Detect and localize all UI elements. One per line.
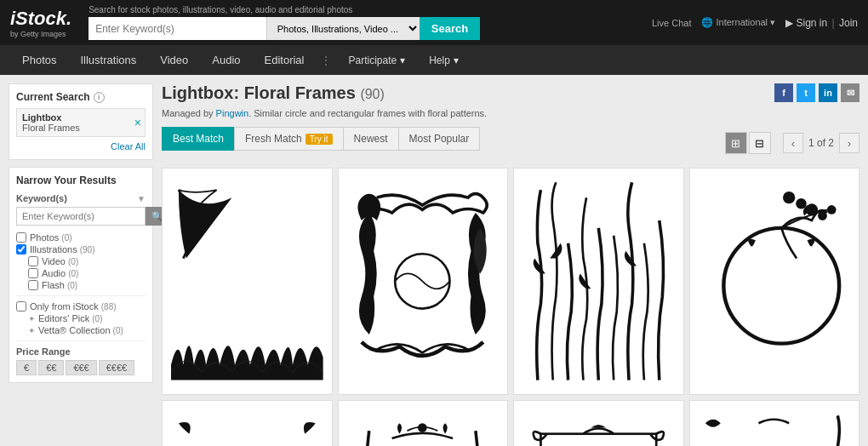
narrow-section: Narrow Your Results Keyword(s) ▼ 🔍 Photo… <box>9 167 153 383</box>
filter-flash: Flash (0) <box>16 280 146 290</box>
clear-all-link[interactable]: Clear All <box>111 141 146 152</box>
grid-view-btn[interactable]: ⊞ <box>725 132 747 154</box>
pagination-view-area: ⊞ ⊟ ‹ 1 of 2 › <box>725 132 859 154</box>
image-grid <box>162 168 859 446</box>
filter-photos-checkbox[interactable] <box>16 232 26 243</box>
filter-video: Video (0) <box>16 256 146 266</box>
nav-photos[interactable]: Photos <box>10 45 68 75</box>
main-layout: Current Search i Lightbox Floral Frames … <box>0 75 868 446</box>
image-cell-5[interactable] <box>162 400 333 446</box>
price-btns: € €€ €€€ €€€€ <box>16 360 146 375</box>
sort-most-popular[interactable]: Most Popular <box>398 127 481 151</box>
image-cell-6[interactable] <box>338 400 509 446</box>
filter-illustrations: Illustrations (90) <box>16 244 146 254</box>
facebook-icon[interactable]: f <box>774 83 793 102</box>
nav-help[interactable]: Help ▾ <box>417 46 471 75</box>
lightbox-title: Lightbox: Floral Frames (90) <box>162 83 385 102</box>
current-search-title: Current Search <box>16 91 90 103</box>
image-cell-3[interactable] <box>513 168 684 395</box>
lightbox-tag: Lightbox Floral Frames × <box>16 108 146 137</box>
sort-newest[interactable]: Newest <box>343 127 398 151</box>
image-cell-1[interactable] <box>162 168 333 395</box>
image-cell-2[interactable] <box>338 168 509 395</box>
lightbox-count: (90) <box>360 87 384 101</box>
price-btn-4[interactable]: €€€€ <box>99 360 134 375</box>
nav-more-dots: ⋮ <box>316 46 336 75</box>
search-type-select[interactable]: Photos, Illustrations, Video ... <box>266 17 420 40</box>
nav-bar: Photos Illustrations Video Audio Editori… <box>0 45 868 75</box>
search-button[interactable]: Search <box>420 17 480 40</box>
clear-all: Clear All <box>16 140 146 152</box>
filter-illustrations-label[interactable]: Illustrations (90) <box>30 244 95 254</box>
lightbox-desc: Managed by Pingwin. Similar circle and r… <box>162 108 859 118</box>
image-cell-4[interactable] <box>689 168 860 395</box>
current-search-header: Current Search i <box>16 91 146 103</box>
keyword-input[interactable] <box>16 207 146 226</box>
lightbox-title-area: Lightbox: Floral Frames (90) <box>162 83 385 103</box>
content-area: Lightbox: Floral Frames (90) f t in ✉ Ma… <box>162 83 859 446</box>
svg-point-9 <box>783 192 795 203</box>
sort-bar: Best Match Fresh Match Try it Newest Mos… <box>162 127 480 151</box>
international-selector[interactable]: 🌐 International ▾ <box>701 17 775 28</box>
filter-only-istock: Only from iStock Only from iStock (88) <box>16 301 146 312</box>
keywords-label: Keyword(s) ▼ <box>16 193 146 203</box>
filter-photos-label[interactable]: Photos (0) <box>30 232 72 243</box>
filter-video-label[interactable]: Video (0) <box>42 256 78 266</box>
price-range-section: Price Range € €€ €€€ €€€€ <box>16 340 146 375</box>
svg-rect-11 <box>171 415 323 446</box>
twitter-icon[interactable]: t <box>797 83 815 102</box>
filter-vetta: ✦ Vetta® Collection (0) <box>16 325 146 335</box>
linkedin-icon[interactable]: in <box>819 83 837 102</box>
live-chat[interactable]: Live Chat <box>652 18 691 28</box>
logo-text: iStock. <box>10 8 71 30</box>
join-link[interactable]: Join <box>839 17 858 29</box>
nav-participate[interactable]: Participate ▾ <box>336 46 417 75</box>
svg-rect-15 <box>523 415 675 446</box>
price-btn-3[interactable]: €€€ <box>66 360 96 375</box>
nav-video[interactable]: Video <box>148 45 200 75</box>
lightbox-label: Lightbox <box>22 112 140 123</box>
filter-flash-checkbox[interactable] <box>28 280 38 290</box>
next-page-btn[interactable]: › <box>839 133 859 153</box>
nav-illustrations[interactable]: Illustrations <box>68 45 148 75</box>
top-right: Live Chat 🌐 International ▾ ▶ Sign in | … <box>652 17 858 29</box>
nav-audio[interactable]: Audio <box>200 45 252 75</box>
info-icon[interactable]: i <box>94 92 105 103</box>
current-search-box: Current Search i Lightbox Floral Frames … <box>9 83 153 160</box>
remove-tag-button[interactable]: × <box>134 116 141 129</box>
price-btn-2[interactable]: €€ <box>38 360 64 375</box>
filter-illustrations-checkbox[interactable] <box>16 244 26 254</box>
logo-area: iStock. by Getty Images <box>10 8 71 38</box>
sort-pagination-row: Best Match Fresh Match Try it Newest Mos… <box>162 127 859 159</box>
author-link[interactable]: Pingwin <box>216 108 249 118</box>
filter-editors-pick-label: Editors' Pick (0) <box>38 313 102 323</box>
svg-point-8 <box>797 198 808 209</box>
filter-video-checkbox[interactable] <box>28 256 38 266</box>
filter-istock-label[interactable]: Only from iStock Only from iStock (88) <box>30 301 117 312</box>
sidebar: Current Search i Lightbox Floral Frames … <box>9 83 153 446</box>
image-cell-7[interactable] <box>513 400 684 446</box>
narrow-title: Narrow Your Results <box>16 174 146 186</box>
prev-page-btn[interactable]: ‹ <box>783 133 803 153</box>
lightbox-header: Lightbox: Floral Frames (90) f t in ✉ <box>162 83 859 103</box>
image-cell-8[interactable] <box>689 400 860 446</box>
sort-fresh-match[interactable]: Fresh Match Try it <box>234 127 343 151</box>
sort-best-match[interactable]: Best Match <box>162 127 234 151</box>
filter-audio-label[interactable]: Audio (0) <box>42 268 78 278</box>
filter-istock-checkbox[interactable] <box>16 301 26 312</box>
sign-in-link[interactable]: Sign in <box>796 17 827 29</box>
try-it-badge: Try it <box>306 134 333 145</box>
svg-point-14 <box>418 423 427 432</box>
social-icons: f t in ✉ <box>774 83 859 102</box>
email-icon[interactable]: ✉ <box>841 83 859 102</box>
svg-point-10 <box>827 205 837 214</box>
nav-editorial[interactable]: Editorial <box>253 45 317 75</box>
price-btn-1[interactable]: € <box>16 360 37 375</box>
price-range-label: Price Range <box>16 346 146 357</box>
filter-audio: Audio (0) <box>16 268 146 278</box>
filter-audio-checkbox[interactable] <box>28 268 38 278</box>
view-toggle: ⊞ ⊟ <box>725 132 771 154</box>
filter-flash-label[interactable]: Flash (0) <box>42 280 77 290</box>
search-input[interactable] <box>89 17 266 40</box>
list-view-btn[interactable]: ⊟ <box>749 132 771 154</box>
